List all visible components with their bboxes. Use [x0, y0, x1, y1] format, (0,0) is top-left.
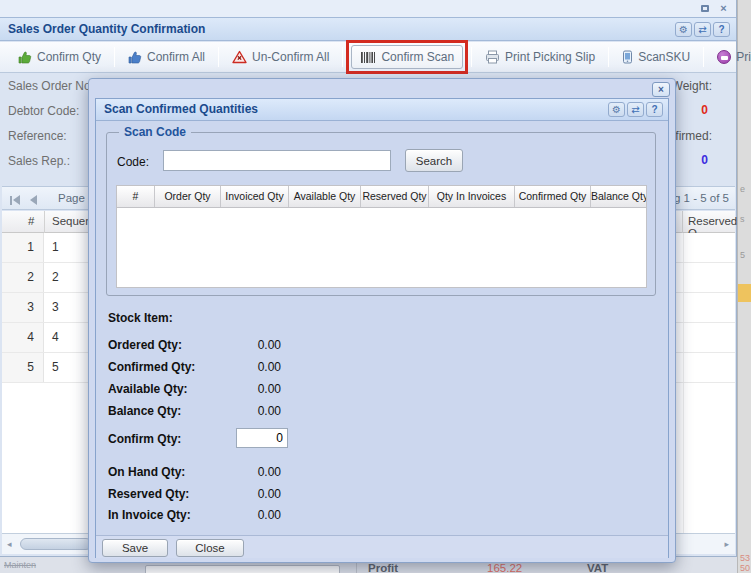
col-reserved-qty[interactable]: Reserved Qty	[361, 186, 429, 207]
paging-page-text: Page	[58, 192, 85, 204]
sliver-highlight-cell	[738, 284, 751, 302]
col-qty-in-invoices[interactable]: Qty In Invoices	[429, 186, 515, 207]
thumbs-up-blue-icon	[128, 50, 142, 64]
warning-triangle-icon	[232, 50, 247, 64]
thumbs-up-green-icon	[18, 50, 32, 64]
reserved-qty-label: Reserved Qty:	[108, 487, 189, 501]
toolbar: Confirm Qty Confirm All Un-Confirm All C…	[0, 42, 736, 73]
toolbar-separator	[218, 47, 219, 67]
col-available-qty[interactable]: Available Qty	[289, 186, 361, 207]
toolbar-separator	[342, 47, 343, 67]
toolbar-separator	[471, 47, 472, 67]
stock-item-label: Stock Item:	[108, 311, 173, 325]
scan-table-header: # Order Qty Invoiced Qty Available Qty R…	[116, 185, 647, 208]
available-qty-value: 0.00	[226, 382, 281, 396]
in-invoice-qty-value: 0.00	[226, 508, 281, 522]
maximize-button[interactable]	[697, 2, 712, 15]
in-invoice-qty-label: In Invoice Qty:	[108, 508, 191, 522]
modal-panel: Scan Confirmed Quantities ⚙ ⇄ ? Scan Cod…	[95, 98, 669, 558]
prev-page-icon[interactable]	[30, 193, 37, 205]
sliver-fragment: 5	[740, 250, 745, 260]
printer-icon	[485, 50, 500, 64]
ordered-qty-value: 0.00	[226, 338, 281, 352]
scan-confirmed-quantities-modal: × Scan Confirmed Quantities ⚙ ⇄ ? Scan C…	[88, 78, 676, 563]
un-confirm-all-button[interactable]: Un-Confirm All	[224, 46, 337, 68]
col-confirmed-qty[interactable]: Confirmed Qty	[515, 186, 591, 207]
window-close-button[interactable]: ×	[716, 2, 731, 15]
scroll-right-icon[interactable]: ▸	[724, 539, 729, 549]
maximize-icon	[701, 5, 709, 12]
page-title: Sales Order Quantity Confirmation	[8, 22, 205, 36]
col-invoiced-qty[interactable]: Invoiced Qty	[221, 186, 289, 207]
col-hash[interactable]: #	[117, 186, 155, 207]
grid-col-hash[interactable]: #	[28, 215, 34, 227]
confirm-all-button[interactable]: Confirm All	[120, 46, 213, 68]
reference-label: Reference:	[8, 129, 67, 143]
sliver-fragment: 50	[740, 563, 750, 573]
screen: e s 5 53 50 × Sales Order Quantity Confi…	[0, 0, 751, 573]
scan-code-fieldset: Scan Code Code: Search # Order Qty Invoi…	[106, 132, 656, 296]
vat-label: VAT	[587, 562, 608, 573]
confirmed-qty-label: Confirmed Qty:	[108, 360, 195, 374]
print-picking-slip-button[interactable]: Print Picking Slip	[477, 46, 603, 68]
toolbar-separator	[114, 47, 115, 67]
col-order-qty[interactable]: Order Qty	[155, 186, 221, 207]
titlebar: Sales Order Quantity Confirmation ⚙ ⇄ ?	[0, 17, 736, 41]
sales-rep-label: Sales Rep.:	[8, 154, 70, 168]
print-icon	[717, 50, 731, 64]
scan-code-legend: Scan Code	[119, 125, 191, 139]
profit-label: Profit	[368, 562, 398, 573]
code-input[interactable]	[163, 150, 391, 171]
balance-qty-label: Balance Qty:	[108, 404, 181, 418]
save-button[interactable]: Save	[102, 539, 168, 557]
refresh-icon[interactable]: ⇄	[627, 102, 644, 117]
modal-title: Scan Confirmed Quantities	[104, 102, 258, 116]
confirm-qty-input[interactable]	[236, 428, 288, 448]
debtor-code-label: Debtor Code:	[8, 104, 79, 118]
help-icon[interactable]: ?	[646, 102, 663, 117]
available-qty-label: Available Qty:	[108, 382, 188, 396]
confirm-qty-label: Confirm Qty:	[108, 432, 181, 446]
mobile-scanner-icon	[622, 50, 633, 64]
barcode-icon	[360, 51, 376, 64]
balance-qty-value: 0.00	[226, 404, 281, 418]
help-icon[interactable]: ?	[713, 22, 730, 37]
sliver-fragment: e	[740, 184, 745, 194]
scansku-button[interactable]: ScanSKU	[614, 46, 698, 68]
ordered-qty-label: Ordered Qty:	[108, 338, 182, 352]
refresh-icon[interactable]: ⇄	[694, 22, 711, 37]
scrollbar-thumb[interactable]	[20, 538, 92, 550]
on-hand-qty-label: On Hand Qty:	[108, 465, 185, 479]
sliver-fragment: 53	[740, 553, 750, 563]
profit-value: 165.22	[487, 562, 522, 573]
bottom-fragment: Mainten	[4, 560, 36, 570]
scan-table-body	[116, 208, 647, 288]
confirmed-qty-value: 0.00	[226, 360, 281, 374]
background-field	[145, 565, 340, 573]
sliver-fragment: s	[740, 214, 745, 224]
code-label: Code:	[117, 155, 149, 169]
print-dropdown-button[interactable]: Print	[709, 46, 751, 68]
grid-col-sequence[interactable]: Sequen	[52, 215, 92, 227]
confirm-scan-highlight-wrap: Confirm Scan	[351, 45, 463, 69]
background-right-sliver: e s 5 53 50	[737, 0, 751, 573]
search-button[interactable]: Search	[405, 149, 463, 172]
toolbar-separator	[608, 47, 609, 67]
settings-icon[interactable]: ⚙	[675, 22, 692, 37]
col-balance-qty[interactable]: Balance Qty	[591, 186, 646, 207]
confirm-scan-button[interactable]: Confirm Scan	[351, 45, 463, 69]
modal-close-button[interactable]: ×	[652, 82, 670, 97]
scroll-left-icon[interactable]: ◂	[7, 539, 12, 549]
settings-icon[interactable]: ⚙	[608, 102, 625, 117]
confirm-qty-button[interactable]: Confirm Qty	[10, 46, 109, 68]
scan-table: # Order Qty Invoiced Qty Available Qty R…	[116, 185, 647, 288]
modal-close-footer-button[interactable]: Close	[176, 539, 244, 557]
reserved-qty-value: 0.00	[226, 487, 281, 501]
toolbar-separator	[703, 47, 704, 67]
first-page-icon[interactable]	[10, 193, 20, 205]
modal-footer: Save Close	[96, 535, 668, 558]
on-hand-qty-value: 0.00	[226, 465, 281, 479]
paging-count-text: g 1 - 5 of 5	[674, 192, 729, 204]
outer-window-strip: ×	[0, 0, 736, 17]
sales-order-no-label: Sales Order No:	[8, 79, 94, 93]
